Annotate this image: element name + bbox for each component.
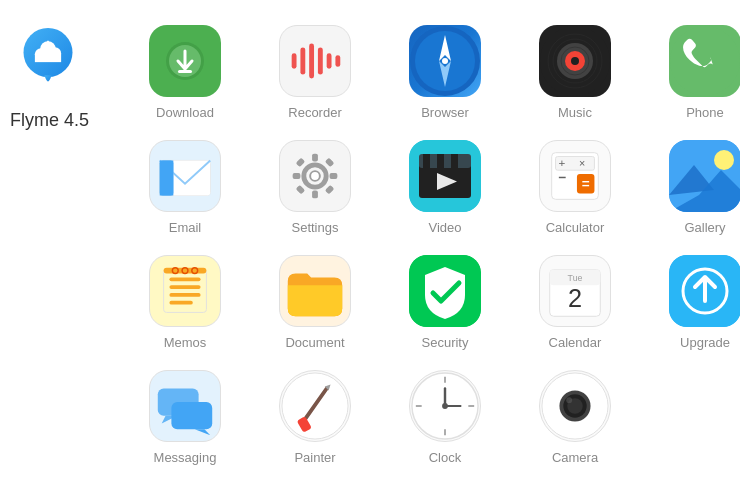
security-icon	[409, 255, 481, 327]
svg-text:+: +	[558, 156, 565, 169]
svg-rect-35	[296, 158, 306, 168]
svg-point-26	[670, 26, 740, 96]
camera-icon	[539, 370, 611, 442]
svg-rect-11	[300, 47, 305, 74]
app-item-calendar[interactable]: Tue 2 Calendar	[510, 245, 640, 360]
svg-rect-44	[451, 154, 458, 168]
svg-rect-14	[327, 53, 332, 69]
app-item-recorder[interactable]: Recorder	[250, 15, 380, 130]
svg-rect-61	[169, 301, 192, 305]
svg-rect-37	[296, 185, 306, 195]
svg-rect-34	[330, 173, 338, 179]
document-icon	[279, 255, 351, 327]
app-item-memos[interactable]: Memos	[120, 245, 250, 360]
upgrade-icon	[669, 255, 740, 327]
svg-text:−: −	[558, 170, 566, 185]
svg-text:=: =	[582, 176, 590, 191]
app-item-settings[interactable]: Settings	[250, 130, 380, 245]
sidebar: Flyme 4.5	[10, 10, 120, 475]
browser-icon	[409, 25, 481, 97]
svg-rect-10	[292, 53, 297, 69]
svg-text:×: ×	[579, 157, 585, 169]
svg-point-91	[566, 397, 572, 403]
svg-rect-74	[171, 402, 212, 429]
download-icon	[149, 25, 221, 97]
video-icon	[409, 140, 481, 212]
calculator-icon: + × − =	[539, 140, 611, 212]
messaging-icon	[149, 370, 221, 442]
svg-rect-60	[169, 293, 200, 297]
svg-rect-32	[312, 191, 318, 199]
app-item-camera[interactable]: Camera	[510, 360, 640, 475]
svg-point-56	[714, 150, 734, 170]
svg-rect-6	[45, 46, 50, 53]
app-item-painter[interactable]: Painter	[250, 360, 380, 475]
app-item-messaging[interactable]: Messaging	[120, 360, 250, 475]
app-item-gallery[interactable]: Gallery	[640, 130, 740, 245]
logo	[10, 20, 85, 105]
app-item-calculator[interactable]: + × − = Calculator	[510, 130, 640, 245]
svg-rect-12	[309, 44, 314, 79]
svg-rect-15	[335, 55, 340, 67]
app-item-upgrade[interactable]: Upgrade	[640, 245, 740, 360]
svg-rect-42	[423, 154, 430, 168]
app-grid: Download Recorder	[120, 10, 740, 475]
app-item-music[interactable]: Music	[510, 15, 640, 130]
recorder-icon	[279, 25, 351, 97]
svg-point-18	[442, 58, 448, 64]
svg-rect-13	[318, 47, 323, 74]
svg-rect-43	[437, 154, 444, 168]
svg-rect-4	[34, 53, 60, 62]
app-item-video[interactable]: Video	[380, 130, 510, 245]
svg-rect-62	[164, 268, 207, 274]
clock-icon	[409, 370, 481, 442]
memos-icon	[149, 255, 221, 327]
brand-name: Flyme 4.5	[10, 110, 89, 131]
svg-rect-36	[325, 158, 335, 168]
svg-rect-38	[325, 185, 335, 195]
app-item-document[interactable]: Document	[250, 245, 380, 360]
app-item-browser[interactable]: Browser	[380, 15, 510, 130]
calendar-icon: Tue 2	[539, 255, 611, 327]
svg-rect-58	[169, 277, 200, 281]
music-icon	[539, 25, 611, 97]
email-icon	[149, 140, 221, 212]
gallery-icon	[669, 140, 740, 212]
app-item-phone[interactable]: Phone	[640, 15, 740, 130]
svg-text:Tue: Tue	[568, 273, 583, 283]
empty-slot	[640, 360, 740, 475]
app-item-clock[interactable]: Clock	[380, 360, 510, 475]
svg-rect-31	[312, 154, 318, 162]
painter-icon	[279, 370, 351, 442]
svg-rect-57	[164, 270, 207, 313]
phone-icon	[669, 25, 740, 97]
app-item-email[interactable]: Email	[120, 130, 250, 245]
svg-text:2: 2	[568, 284, 582, 312]
svg-rect-59	[169, 285, 200, 289]
app-item-security[interactable]: Security	[380, 245, 510, 360]
svg-point-30	[310, 171, 320, 181]
settings-icon	[279, 140, 351, 212]
svg-point-22	[571, 57, 579, 65]
svg-rect-9	[178, 70, 192, 73]
app-item-download[interactable]: Download	[120, 15, 250, 130]
svg-rect-33	[293, 173, 301, 179]
